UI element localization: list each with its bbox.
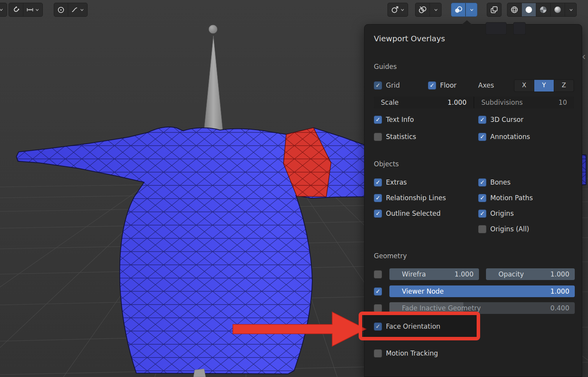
chevron-down-icon bbox=[469, 7, 474, 12]
motion-tracking-checkbox[interactable] bbox=[374, 349, 382, 358]
outline-selected-label: Outline Selected bbox=[386, 210, 441, 217]
geometry-row-2: Viewer Node 1.000 bbox=[374, 285, 574, 297]
geometry-row-4: Face Orientation bbox=[374, 321, 574, 332]
section-guides-heading: Guides bbox=[374, 63, 397, 72]
bone-head-sphere[interactable] bbox=[209, 25, 217, 33]
guides-row-4: Statistics Annotations bbox=[374, 131, 574, 143]
fade-inactive-checkbox[interactable] bbox=[374, 304, 382, 312]
panel-title: Viewport Overlays bbox=[374, 34, 445, 43]
viewer-node-option[interactable] bbox=[374, 285, 382, 297]
extras-checkbox[interactable] bbox=[374, 178, 382, 187]
relationship-lines-option[interactable]: Relationship Lines bbox=[374, 192, 446, 204]
floor-label: Floor bbox=[440, 81, 456, 89]
annotations-option[interactable]: Annotations bbox=[478, 131, 530, 143]
extras-label: Extras bbox=[386, 178, 407, 186]
overlays-dropdown-button[interactable] bbox=[430, 3, 441, 16]
outline-selected-checkbox[interactable] bbox=[374, 210, 382, 218]
overlays-open-icon bbox=[454, 5, 463, 14]
extras-option[interactable]: Extras bbox=[374, 176, 407, 188]
motion-paths-label: Motion Paths bbox=[490, 194, 533, 202]
text-info-checkbox[interactable] bbox=[374, 116, 382, 124]
origins-checkbox[interactable] bbox=[478, 210, 486, 218]
shading-dropdown-button[interactable] bbox=[565, 3, 576, 16]
blender-window: ‹ Viewport Overlays Guides Grid Floor Ax… bbox=[0, 0, 588, 377]
wireframe-slider[interactable]: Wirefra 1.000 bbox=[389, 268, 479, 280]
overlays-toggle-button[interactable] bbox=[415, 3, 430, 16]
section-objects-heading: Objects bbox=[374, 160, 399, 169]
geometry-row-3: Fade Inactive Geometry 0.400 bbox=[374, 302, 574, 314]
grid-checkbox[interactable] bbox=[374, 81, 382, 90]
header-collapse-button[interactable] bbox=[0, 3, 7, 16]
falloff-dropdown-button[interactable] bbox=[68, 3, 87, 16]
bone-bottom-tip bbox=[194, 369, 206, 377]
wireframe-label: Wirefra bbox=[402, 270, 426, 278]
motion-tracking-option[interactable]: Motion Tracking bbox=[374, 347, 438, 359]
outline-selected-option[interactable]: Outline Selected bbox=[374, 208, 441, 219]
motion-tracking-label: Motion Tracking bbox=[386, 349, 438, 357]
falloff-curve-icon bbox=[71, 6, 79, 14]
origins-option[interactable]: Origins bbox=[478, 208, 514, 219]
grid-scale-field[interactable]: Scale 1.000 bbox=[374, 97, 474, 108]
origins-all-option[interactable]: Origins (All) bbox=[478, 223, 529, 235]
shading-rendered-button[interactable] bbox=[550, 3, 565, 16]
axis-x-button[interactable]: X bbox=[514, 80, 534, 92]
fade-inactive-option[interactable] bbox=[374, 302, 382, 314]
floor-option[interactable]: Floor bbox=[428, 79, 456, 91]
snap-settings-button[interactable] bbox=[23, 3, 42, 16]
motion-paths-option[interactable]: Motion Paths bbox=[478, 192, 533, 204]
face-orientation-checkbox[interactable] bbox=[374, 322, 382, 331]
shading-material-button[interactable] bbox=[536, 3, 550, 16]
overlays-popover-button[interactable] bbox=[451, 3, 465, 16]
text-info-label: Text Info bbox=[386, 116, 414, 123]
motion-paths-checkbox[interactable] bbox=[478, 194, 486, 202]
snap-increment-icon bbox=[26, 6, 34, 14]
viewer-node-checkbox[interactable] bbox=[374, 287, 382, 296]
proportional-editing-button[interactable] bbox=[54, 3, 68, 16]
objects-row-2: Relationship Lines Motion Paths bbox=[374, 192, 574, 204]
overlays-popover-chevron[interactable] bbox=[465, 3, 477, 16]
objects-row-3: Outline Selected Origins bbox=[374, 208, 574, 219]
origins-all-checkbox[interactable] bbox=[478, 225, 486, 233]
shading-group bbox=[507, 3, 577, 17]
grid-subdivisions-field[interactable]: Subdivisions 10 bbox=[474, 97, 574, 108]
axis-y-button[interactable]: Y bbox=[534, 80, 554, 92]
bones-checkbox[interactable] bbox=[478, 178, 486, 187]
overlays-popover-group bbox=[451, 3, 477, 17]
xray-toggle-button[interactable] bbox=[487, 3, 501, 16]
wireframe-checkbox[interactable] bbox=[374, 270, 382, 278]
objects-row-1: Extras Bones bbox=[374, 176, 574, 188]
relationship-lines-label: Relationship Lines bbox=[386, 194, 446, 202]
grid-option[interactable]: Grid bbox=[374, 79, 400, 91]
axes-label: Axes bbox=[478, 79, 494, 91]
statistics-option[interactable]: Statistics bbox=[374, 131, 416, 143]
viewer-node-label: Viewer Node bbox=[402, 287, 444, 295]
header-edge-button-group bbox=[0, 3, 7, 17]
statistics-checkbox[interactable] bbox=[374, 133, 382, 141]
text-info-option[interactable]: Text Info bbox=[374, 114, 414, 125]
header-extra-button[interactable] bbox=[486, 22, 507, 35]
floor-checkbox[interactable] bbox=[428, 81, 436, 90]
face-orientation-option[interactable]: Face Orientation bbox=[374, 321, 440, 332]
snap-toggle-button[interactable] bbox=[9, 3, 23, 16]
3d-cursor-checkbox[interactable] bbox=[478, 116, 486, 124]
header-extra-button[interactable] bbox=[513, 22, 526, 35]
fade-inactive-slider[interactable]: Fade Inactive Geometry 0.400 bbox=[389, 302, 575, 314]
opacity-slider[interactable]: Opacity 1.000 bbox=[486, 268, 575, 280]
overlays-group bbox=[415, 3, 442, 17]
axis-z-button[interactable]: Z bbox=[554, 80, 574, 92]
overlays-icon bbox=[418, 5, 427, 14]
solid-sphere-icon bbox=[525, 5, 533, 14]
bones-option[interactable]: Bones bbox=[478, 176, 511, 188]
region-collapse-arrow[interactable]: ‹ bbox=[582, 51, 586, 62]
3d-cursor-option[interactable]: 3D Cursor bbox=[478, 114, 523, 125]
gizmos-dropdown-button[interactable] bbox=[388, 3, 408, 16]
shading-wireframe-button[interactable] bbox=[507, 3, 521, 16]
viewer-node-slider[interactable]: Viewer Node 1.000 bbox=[389, 285, 575, 297]
guides-row-3: Text Info 3D Cursor bbox=[374, 114, 574, 125]
shading-solid-button[interactable] bbox=[521, 3, 536, 16]
relationship-lines-checkbox[interactable] bbox=[374, 194, 382, 202]
origins-all-label: Origins (All) bbox=[490, 225, 529, 233]
wireframe-option[interactable] bbox=[374, 268, 382, 280]
annotations-checkbox[interactable] bbox=[478, 133, 486, 141]
section-geometry-heading: Geometry bbox=[374, 252, 407, 261]
